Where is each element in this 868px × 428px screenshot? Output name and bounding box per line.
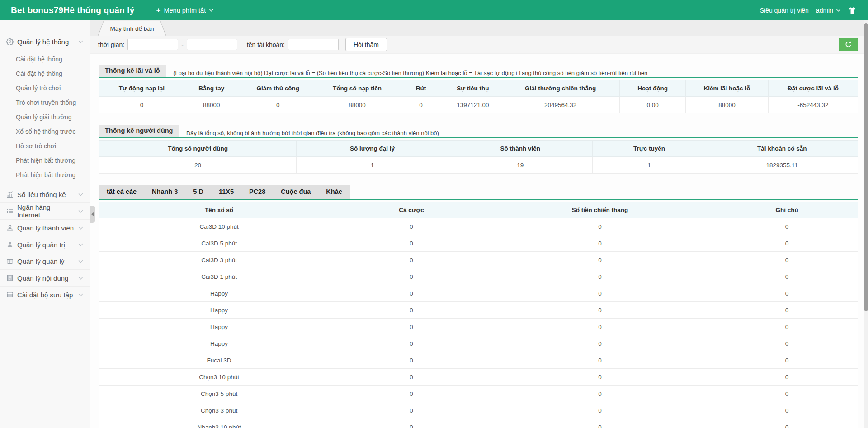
sidebar-collapse-handle[interactable] — [90, 206, 95, 223]
table-row: Chọn3 10 phút 0 0 0 — [99, 369, 858, 386]
chevron-down-icon — [78, 277, 83, 280]
cell-lottery-name: Nhanh3 10 phút — [99, 419, 339, 428]
profit-section-note: (Loại bỏ dữ liệu thành viên nội bộ) Đặt … — [173, 70, 647, 76]
refresh-icon — [844, 41, 852, 48]
cell-note: 0 — [716, 235, 858, 252]
cell-win: 0 — [484, 335, 716, 352]
table-header-row: Tên xổ số Cá cược Số tiền chiến thắng Gh… — [99, 202, 858, 218]
cell-win: 0 — [484, 235, 716, 252]
cell-win: 0 — [484, 218, 716, 235]
cell-note: 0 — [716, 352, 858, 369]
sidebar-item-collection-settings[interactable]: Cài đặt bộ sưu tập — [0, 287, 90, 303]
tab-desktop[interactable]: Máy tính để bàn — [98, 21, 166, 36]
cell-profit-loss: 88000 — [686, 97, 769, 113]
shortcut-menu-button[interactable]: + Menu phím tắt — [156, 6, 214, 15]
refresh-button[interactable] — [839, 38, 858, 51]
user-menu[interactable]: admin — [816, 7, 841, 14]
table-row: Cai3D 5 phút 0 0 0 — [99, 235, 858, 252]
column-header: Tên xổ số — [99, 202, 339, 218]
column-header: Tổng số người dùng — [99, 141, 297, 157]
column-header: Hoạt động — [620, 80, 686, 97]
sidebar-item-member-management[interactable]: Quản lý thành viên — [0, 220, 90, 236]
cell-lottery-name: Cai3D 10 phút — [99, 218, 339, 235]
shortcut-menu-label: Menu phím tắt — [164, 7, 206, 14]
lottery-table: Tên xổ số Cá cược Số tiền chiến thắng Gh… — [99, 202, 858, 428]
sidebar-subitem-anomaly-detection-1[interactable]: Phát hiện bất thường — [0, 153, 90, 168]
time-range-separator: - — [181, 41, 184, 48]
sidebar-item-statistics[interactable]: Số liệu thống kê — [0, 186, 90, 203]
game-tab-racing[interactable]: Cuộc đua — [273, 185, 318, 199]
cell-win: 0 — [484, 252, 716, 268]
topbar: Bet bonus79Hệ thống quản lý + Menu phím … — [0, 0, 868, 20]
chevron-down-icon — [836, 9, 841, 12]
sidebar-subitem-previous-lottery[interactable]: Xổ số hệ thống trước — [0, 124, 90, 139]
app-title: Bet bonus79Hệ thống quản lý — [11, 5, 135, 15]
sidebar-subitem-game-management[interactable]: Quản lý trò chơi — [0, 81, 90, 95]
time-to-input[interactable] — [187, 39, 237, 50]
chevron-down-icon — [209, 9, 214, 12]
cell-lottery-name: Cai3D 5 phút — [99, 235, 339, 252]
cell-win: 0 — [484, 302, 716, 319]
column-header: Tự động nạp lại — [99, 80, 184, 97]
cell-note: 0 — [716, 252, 858, 268]
tab-label: Máy tính để bàn — [98, 21, 166, 36]
tshirt-theme-icon[interactable] — [848, 6, 856, 14]
sidebar-item-label: Số liệu thống kê — [17, 191, 66, 198]
table-row: Happy 0 0 0 — [99, 302, 858, 319]
time-from-input[interactable] — [127, 39, 178, 50]
column-header: Bằng tay — [184, 80, 239, 97]
game-tab-fast3[interactable]: Nhanh 3 — [144, 185, 185, 199]
cell-bet: 0 — [339, 218, 484, 235]
sidebar: Quản lý hệ thống Cài đặt hệ thống Cài đặ… — [0, 20, 90, 428]
sidebar-subitem-anomaly-detection-2[interactable]: Phát hiện bất thường — [0, 168, 90, 182]
sidebar-item-content-management[interactable]: Quản lý nội dung — [0, 270, 90, 287]
table-row: Nhanh3 10 phút 0 0 0 — [99, 419, 858, 428]
cell-win: 0 — [484, 352, 716, 369]
sidebar-subitem-system-settings-2[interactable]: Cài đặt hệ thống — [0, 66, 90, 81]
cell-winning-prize: 2049564.32 — [501, 97, 620, 113]
cell-bet: 0 — [339, 352, 484, 369]
sidebar-subitem-traditional-games[interactable]: Trò chơi truyền thống — [0, 95, 90, 110]
game-tab-pc28[interactable]: PC28 — [241, 185, 273, 199]
cell-win: 0 — [484, 369, 716, 386]
sidebar-subitem-prize-management[interactable]: Quản lý giải thưởng — [0, 110, 90, 124]
sidebar-subitem-game-records[interactable]: Hồ sơ trò chơi — [0, 139, 90, 153]
game-tab-all[interactable]: tất cả các — [99, 185, 144, 199]
search-toolbar: thời gian: - tên tài khoản: Hỏi thăm — [90, 36, 868, 53]
sidebar-item-internet-banking[interactable]: Ngân hàng Internet — [0, 203, 90, 220]
sidebar-item-system-management[interactable]: Quản lý hệ thống — [0, 33, 90, 50]
sidebar-item-label: Quản lý thành viên — [17, 224, 74, 232]
column-header: Giải thưởng chiến thắng — [501, 80, 620, 97]
scrollbar-thumb[interactable] — [864, 23, 868, 311]
chevron-left-icon — [91, 212, 94, 216]
vertical-scrollbar[interactable] — [864, 20, 868, 428]
sidebar-item-manager-management[interactable]: Quản lý quản lý — [0, 253, 90, 270]
table-row: Cai3D 1 phút 0 0 0 — [99, 268, 858, 285]
cell-withdraw: 0 — [397, 97, 444, 113]
sidebar-item-admin-management[interactable]: Quản lý quản trị — [0, 236, 90, 253]
cell-win: 0 — [484, 419, 716, 428]
account-input[interactable] — [288, 39, 339, 50]
lottery-section: tất cả các Nhanh 3 5 D 11X5 PC28 Cuộc đu… — [99, 185, 858, 428]
cell-lottery-name: Happy — [99, 302, 339, 319]
chevron-down-icon — [78, 40, 83, 43]
chevron-down-icon — [78, 193, 83, 196]
cell-lottery-name: Chọn3 10 phút — [99, 369, 339, 386]
game-tab-other[interactable]: Khác — [318, 185, 349, 199]
chevron-down-icon — [78, 293, 83, 296]
chevron-down-icon — [78, 210, 83, 213]
sidebar-subitem-system-settings-1[interactable]: Cài đặt hệ thống — [0, 52, 90, 66]
game-tabs: tất cả các Nhanh 3 5 D 11X5 PC28 Cuộc đu… — [99, 185, 350, 199]
query-button[interactable]: Hỏi thăm — [345, 38, 387, 51]
sidebar-item-label: Quản lý nội dung — [17, 274, 68, 282]
cell-lottery-name: Happy — [99, 335, 339, 352]
sidebar-submenu-system: Cài đặt hệ thống Cài đặt hệ thống Quản l… — [0, 50, 90, 186]
cell-win: 0 — [484, 268, 716, 285]
cell-note: 0 — [716, 218, 858, 235]
game-tab-5d[interactable]: 5 D — [185, 185, 211, 199]
account-label: tên tài khoản: — [247, 41, 285, 48]
table-row: Chọn3 5 phút 0 0 0 — [99, 386, 858, 402]
column-header: Giảm thủ công — [239, 80, 317, 97]
cell-consumption: 1397121.00 — [444, 97, 501, 113]
game-tab-11x5[interactable]: 11X5 — [211, 185, 241, 199]
